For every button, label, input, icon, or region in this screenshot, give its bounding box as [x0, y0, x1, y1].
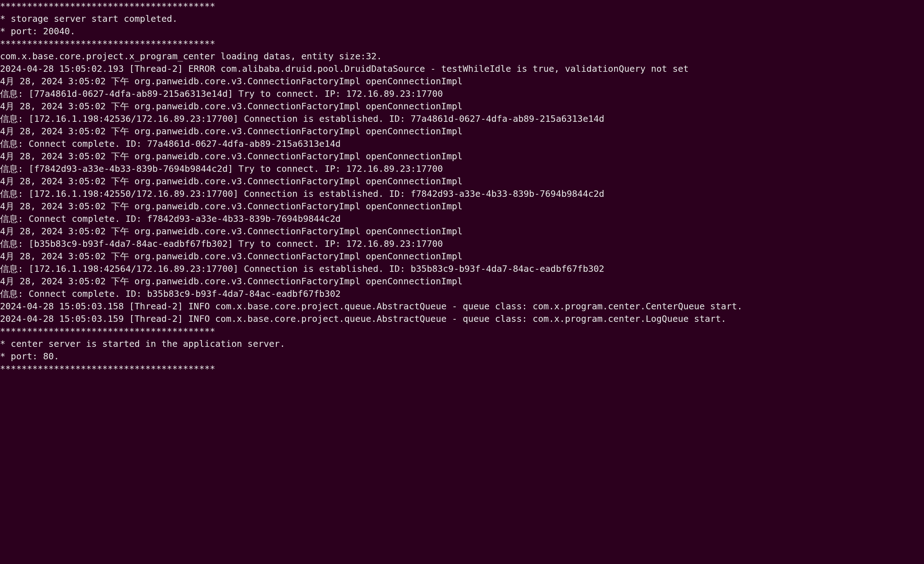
log-line: 4月 28, 2024 3:05:02 下午 org.panweidb.core…: [0, 75, 924, 88]
log-line: * port: 80.: [0, 350, 924, 362]
log-line: ****************************************: [0, 37, 924, 50]
log-line: 4月 28, 2024 3:05:02 下午 org.panweidb.core…: [0, 125, 924, 138]
log-line: 信息: [172.16.1.198:42536/172.16.89.23:177…: [0, 112, 924, 125]
log-line: ****************************************: [0, 0, 924, 12]
log-line: 4月 28, 2024 3:05:02 下午 org.panweidb.core…: [0, 225, 924, 238]
log-line: 4月 28, 2024 3:05:02 下午 org.panweidb.core…: [0, 150, 924, 163]
log-line: * port: 20040.: [0, 25, 924, 37]
log-line: com.x.base.core.project.x_program_center…: [0, 50, 924, 63]
log-line: ****************************************: [0, 362, 924, 375]
log-line: 4月 28, 2024 3:05:02 下午 org.panweidb.core…: [0, 275, 924, 287]
log-line: 信息: Connect complete. ID: 77a4861d-0627-…: [0, 138, 924, 150]
log-line: ****************************************: [0, 325, 924, 338]
log-line: 2024-04-28 15:05:03.158 [Thread-2] INFO …: [0, 300, 924, 313]
log-line: 4月 28, 2024 3:05:02 下午 org.panweidb.core…: [0, 250, 924, 263]
log-line: 2024-04-28 15:05:03.159 [Thread-2] INFO …: [0, 313, 924, 325]
log-line: 4月 28, 2024 3:05:02 下午 org.panweidb.core…: [0, 175, 924, 187]
log-line: 4月 28, 2024 3:05:02 下午 org.panweidb.core…: [0, 100, 924, 112]
log-line: 信息: [77a4861d-0627-4dfa-ab89-215a6313e14…: [0, 88, 924, 100]
log-line: 信息: Connect complete. ID: f7842d93-a33e-…: [0, 212, 924, 225]
log-line: * center server is started in the applic…: [0, 338, 924, 350]
terminal-output[interactable]: ****************************************…: [0, 0, 924, 375]
log-line: 2024-04-28 15:05:02.193 [Thread-2] ERROR…: [0, 63, 924, 75]
log-line: 信息: Connect complete. ID: b35b83c9-b93f-…: [0, 287, 924, 300]
log-line: * storage server start completed.: [0, 12, 924, 25]
log-line: 4月 28, 2024 3:05:02 下午 org.panweidb.core…: [0, 200, 924, 212]
log-line: 信息: [172.16.1.198:42550/172.16.89.23:177…: [0, 187, 924, 200]
log-line: 信息: [b35b83c9-b93f-4da7-84ac-eadbf67fb30…: [0, 238, 924, 250]
log-line: 信息: [172.16.1.198:42564/172.16.89.23:177…: [0, 263, 924, 275]
log-line: 信息: [f7842d93-a33e-4b33-839b-7694b9844c2…: [0, 163, 924, 175]
